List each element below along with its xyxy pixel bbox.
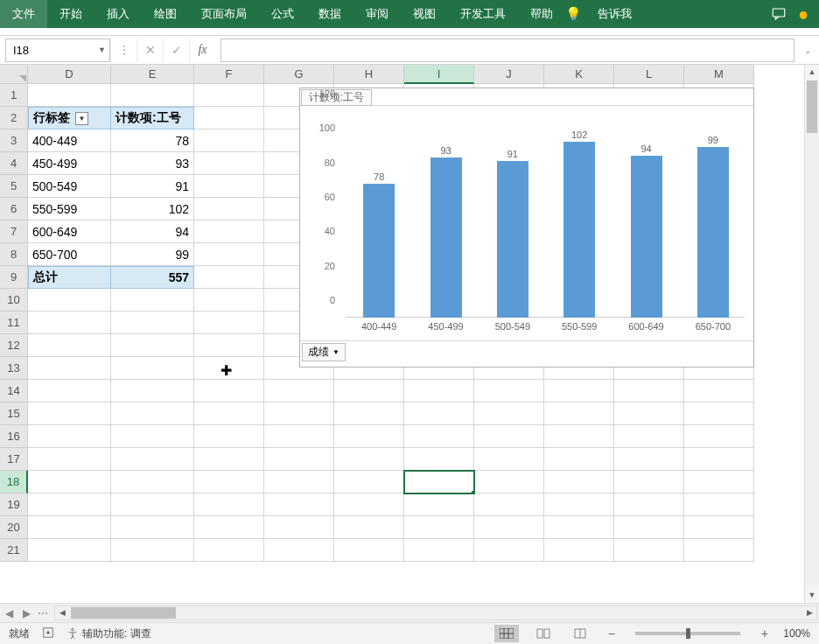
cell-E4[interactable]: 93: [111, 152, 194, 175]
cell-K18[interactable]: [544, 471, 614, 494]
cell-I20[interactable]: [404, 516, 474, 539]
cell-E10[interactable]: [111, 289, 194, 312]
row-header-8[interactable]: 8: [0, 243, 28, 266]
cell-F11[interactable]: [194, 312, 264, 334]
ribbon-tab-10[interactable]: 帮助: [518, 0, 565, 28]
cell-E16[interactable]: [111, 425, 194, 448]
ribbon-tab-7[interactable]: 审阅: [354, 0, 401, 28]
cell-M14[interactable]: [684, 380, 754, 402]
col-header-K[interactable]: K: [544, 65, 614, 84]
row-header-16[interactable]: 16: [0, 425, 28, 448]
row-header-12[interactable]: 12: [0, 334, 28, 357]
cell-F14[interactable]: [194, 380, 264, 402]
zoom-slider[interactable]: [635, 632, 740, 635]
row-header-11[interactable]: 11: [0, 312, 28, 334]
cell-F6[interactable]: [194, 198, 264, 220]
zoom-in-icon[interactable]: +: [758, 626, 771, 640]
col-header-H[interactable]: H: [334, 65, 404, 84]
cell-J20[interactable]: [474, 516, 544, 539]
cell-D10[interactable]: [28, 289, 111, 312]
scroll-down-icon[interactable]: ▼: [805, 588, 819, 603]
col-header-M[interactable]: M: [684, 65, 754, 84]
row-header-21[interactable]: 21: [0, 539, 28, 562]
cell-M19[interactable]: [684, 494, 754, 516]
cell-G19[interactable]: [264, 494, 334, 516]
cell-K20[interactable]: [544, 516, 614, 539]
cell-E1[interactable]: [111, 84, 194, 107]
cell-F4[interactable]: [194, 152, 264, 175]
chart-bar[interactable]: [430, 158, 462, 318]
cell-D17[interactable]: [28, 448, 111, 471]
cell-D19[interactable]: [28, 494, 111, 516]
cell-E21[interactable]: [111, 539, 194, 562]
pivot-chart[interactable]: 计数项:工号 020406080100120 7893911029499 400…: [299, 88, 754, 368]
cell-E3[interactable]: 78: [111, 130, 194, 152]
cell-D18[interactable]: [28, 471, 111, 494]
row-header-6[interactable]: 6: [0, 198, 28, 220]
cell-J16[interactable]: [474, 425, 544, 448]
col-header-L[interactable]: L: [614, 65, 684, 84]
cell-K14[interactable]: [544, 380, 614, 402]
row-header-1[interactable]: 1: [0, 84, 28, 107]
ribbon-tab-3[interactable]: 绘图: [142, 0, 189, 28]
cell-M20[interactable]: [684, 516, 754, 539]
cell-G16[interactable]: [264, 425, 334, 448]
cell-G17[interactable]: [264, 448, 334, 471]
cell-I16[interactable]: [404, 425, 474, 448]
cell-L21[interactable]: [614, 539, 684, 562]
cell-F13[interactable]: [194, 357, 264, 380]
cell-H21[interactable]: [334, 539, 404, 562]
cell-L19[interactable]: [614, 494, 684, 516]
cell-J15[interactable]: [474, 402, 544, 425]
cell-F17[interactable]: [194, 448, 264, 471]
cell-D8[interactable]: 650-700: [28, 243, 111, 266]
sheet-nav[interactable]: ◀▶: [0, 607, 35, 620]
sheet-area[interactable]: DEFGHIJKLM 12345678910111213141516171819…: [0, 65, 819, 603]
row-header-3[interactable]: 3: [0, 130, 28, 152]
row-header-17[interactable]: 17: [0, 448, 28, 471]
name-box[interactable]: I18 ▼: [5, 38, 110, 62]
cell-G15[interactable]: [264, 402, 334, 425]
col-header-F[interactable]: F: [194, 65, 264, 84]
row-header-5[interactable]: 5: [0, 175, 28, 198]
fx-icon[interactable]: fx: [189, 38, 215, 62]
cell-D16[interactable]: [28, 425, 111, 448]
row-header-20[interactable]: 20: [0, 516, 28, 539]
cell-L20[interactable]: [614, 516, 684, 539]
cell-H19[interactable]: [334, 494, 404, 516]
select-all-corner[interactable]: [0, 65, 28, 84]
ribbon-tab-6[interactable]: 数据: [306, 0, 354, 28]
cell-M18[interactable]: [684, 471, 754, 494]
cell-D20[interactable]: [28, 516, 111, 539]
row-header-13[interactable]: 13: [0, 357, 28, 380]
vscroll-thumb[interactable]: [807, 80, 817, 133]
view-page-layout-icon[interactable]: [531, 625, 556, 642]
cell-E19[interactable]: [111, 494, 194, 516]
cell-E8[interactable]: 99: [111, 243, 194, 266]
cell-F16[interactable]: [194, 425, 264, 448]
col-header-J[interactable]: J: [474, 65, 544, 84]
cell-E11[interactable]: [111, 312, 194, 334]
cell-I18[interactable]: [404, 471, 474, 494]
ribbon-tab-5[interactable]: 公式: [259, 0, 306, 28]
ribbon-tab-4[interactable]: 页面布局: [189, 0, 259, 28]
cell-F12[interactable]: [194, 334, 264, 357]
cell-D21[interactable]: [28, 539, 111, 562]
cell-L16[interactable]: [614, 425, 684, 448]
chart-bar[interactable]: [363, 184, 395, 318]
row-header-2[interactable]: 2: [0, 107, 28, 130]
cell-E2[interactable]: 计数项:工号: [111, 107, 194, 130]
chart-bar[interactable]: [497, 161, 528, 318]
col-header-E[interactable]: E: [111, 65, 194, 84]
cell-F3[interactable]: [194, 130, 264, 152]
cell-G14[interactable]: [264, 380, 334, 402]
expand-formula-icon[interactable]: ⌄: [798, 46, 817, 55]
row-header-7[interactable]: 7: [0, 220, 28, 243]
cell-J21[interactable]: [474, 539, 544, 562]
row-header-14[interactable]: 14: [0, 380, 28, 402]
cell-F5[interactable]: [194, 175, 264, 198]
cell-F8[interactable]: [194, 243, 264, 266]
cell-D6[interactable]: 550-599: [28, 198, 111, 220]
row-header-18[interactable]: 18: [0, 471, 28, 494]
view-page-break-icon[interactable]: [568, 625, 592, 642]
